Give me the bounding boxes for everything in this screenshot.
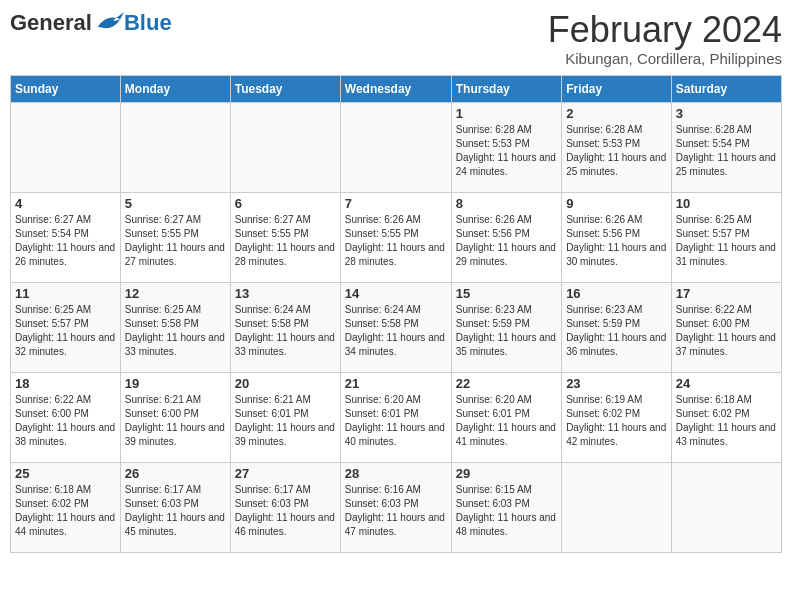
calendar-day-cell xyxy=(562,462,672,552)
day-number: 3 xyxy=(676,106,777,121)
calendar-day-cell: 26Sunrise: 6:17 AMSunset: 6:03 PMDayligh… xyxy=(120,462,230,552)
day-info: Sunrise: 6:15 AMSunset: 6:03 PMDaylight:… xyxy=(456,483,557,539)
calendar-day-cell: 24Sunrise: 6:18 AMSunset: 6:02 PMDayligh… xyxy=(671,372,781,462)
day-info: Sunrise: 6:22 AMSunset: 6:00 PMDaylight:… xyxy=(15,393,116,449)
calendar-day-cell: 16Sunrise: 6:23 AMSunset: 5:59 PMDayligh… xyxy=(562,282,672,372)
title-block: February 2024 Kibungan, Cordillera, Phil… xyxy=(548,10,782,67)
logo-bird-icon xyxy=(94,11,124,35)
calendar-day-cell: 10Sunrise: 6:25 AMSunset: 5:57 PMDayligh… xyxy=(671,192,781,282)
day-info: Sunrise: 6:27 AMSunset: 5:54 PMDaylight:… xyxy=(15,213,116,269)
day-info: Sunrise: 6:21 AMSunset: 6:00 PMDaylight:… xyxy=(125,393,226,449)
day-info: Sunrise: 6:18 AMSunset: 6:02 PMDaylight:… xyxy=(15,483,116,539)
day-info: Sunrise: 6:21 AMSunset: 6:01 PMDaylight:… xyxy=(235,393,336,449)
day-info: Sunrise: 6:18 AMSunset: 6:02 PMDaylight:… xyxy=(676,393,777,449)
day-number: 18 xyxy=(15,376,116,391)
day-number: 9 xyxy=(566,196,667,211)
calendar-day-cell: 18Sunrise: 6:22 AMSunset: 6:00 PMDayligh… xyxy=(11,372,121,462)
calendar-day-cell: 8Sunrise: 6:26 AMSunset: 5:56 PMDaylight… xyxy=(451,192,561,282)
day-number: 21 xyxy=(345,376,447,391)
calendar-day-header: Saturday xyxy=(671,75,781,102)
calendar-day-header: Thursday xyxy=(451,75,561,102)
calendar-table: SundayMondayTuesdayWednesdayThursdayFrid… xyxy=(10,75,782,553)
calendar-day-header: Monday xyxy=(120,75,230,102)
calendar-day-cell: 11Sunrise: 6:25 AMSunset: 5:57 PMDayligh… xyxy=(11,282,121,372)
calendar-day-cell xyxy=(340,102,451,192)
calendar-week-row: 25Sunrise: 6:18 AMSunset: 6:02 PMDayligh… xyxy=(11,462,782,552)
day-number: 26 xyxy=(125,466,226,481)
day-number: 22 xyxy=(456,376,557,391)
calendar-day-cell: 2Sunrise: 6:28 AMSunset: 5:53 PMDaylight… xyxy=(562,102,672,192)
calendar-day-cell: 23Sunrise: 6:19 AMSunset: 6:02 PMDayligh… xyxy=(562,372,672,462)
day-number: 17 xyxy=(676,286,777,301)
day-info: Sunrise: 6:26 AMSunset: 5:55 PMDaylight:… xyxy=(345,213,447,269)
day-number: 2 xyxy=(566,106,667,121)
day-info: Sunrise: 6:17 AMSunset: 6:03 PMDaylight:… xyxy=(235,483,336,539)
day-number: 12 xyxy=(125,286,226,301)
calendar-day-cell: 21Sunrise: 6:20 AMSunset: 6:01 PMDayligh… xyxy=(340,372,451,462)
day-number: 25 xyxy=(15,466,116,481)
day-number: 5 xyxy=(125,196,226,211)
day-number: 16 xyxy=(566,286,667,301)
page-header: General Blue February 2024 Kibungan, Cor… xyxy=(10,10,782,67)
day-number: 14 xyxy=(345,286,447,301)
day-info: Sunrise: 6:25 AMSunset: 5:57 PMDaylight:… xyxy=(676,213,777,269)
calendar-day-cell: 1Sunrise: 6:28 AMSunset: 5:53 PMDaylight… xyxy=(451,102,561,192)
day-info: Sunrise: 6:26 AMSunset: 5:56 PMDaylight:… xyxy=(566,213,667,269)
calendar-day-cell: 20Sunrise: 6:21 AMSunset: 6:01 PMDayligh… xyxy=(230,372,340,462)
logo-blue-text: Blue xyxy=(124,10,172,36)
day-number: 4 xyxy=(15,196,116,211)
calendar-day-cell: 29Sunrise: 6:15 AMSunset: 6:03 PMDayligh… xyxy=(451,462,561,552)
day-info: Sunrise: 6:17 AMSunset: 6:03 PMDaylight:… xyxy=(125,483,226,539)
day-info: Sunrise: 6:20 AMSunset: 6:01 PMDaylight:… xyxy=(345,393,447,449)
day-number: 8 xyxy=(456,196,557,211)
day-number: 27 xyxy=(235,466,336,481)
day-number: 6 xyxy=(235,196,336,211)
calendar-week-row: 4Sunrise: 6:27 AMSunset: 5:54 PMDaylight… xyxy=(11,192,782,282)
calendar-day-cell: 9Sunrise: 6:26 AMSunset: 5:56 PMDaylight… xyxy=(562,192,672,282)
day-number: 24 xyxy=(676,376,777,391)
day-number: 28 xyxy=(345,466,447,481)
day-info: Sunrise: 6:16 AMSunset: 6:03 PMDaylight:… xyxy=(345,483,447,539)
day-number: 20 xyxy=(235,376,336,391)
day-number: 7 xyxy=(345,196,447,211)
day-info: Sunrise: 6:28 AMSunset: 5:53 PMDaylight:… xyxy=(566,123,667,179)
calendar-day-cell: 28Sunrise: 6:16 AMSunset: 6:03 PMDayligh… xyxy=(340,462,451,552)
calendar-week-row: 11Sunrise: 6:25 AMSunset: 5:57 PMDayligh… xyxy=(11,282,782,372)
day-info: Sunrise: 6:19 AMSunset: 6:02 PMDaylight:… xyxy=(566,393,667,449)
page-title: February 2024 xyxy=(548,10,782,50)
calendar-day-cell: 3Sunrise: 6:28 AMSunset: 5:54 PMDaylight… xyxy=(671,102,781,192)
calendar-day-cell xyxy=(671,462,781,552)
calendar-day-cell: 25Sunrise: 6:18 AMSunset: 6:02 PMDayligh… xyxy=(11,462,121,552)
calendar-day-cell: 7Sunrise: 6:26 AMSunset: 5:55 PMDaylight… xyxy=(340,192,451,282)
calendar-day-cell: 12Sunrise: 6:25 AMSunset: 5:58 PMDayligh… xyxy=(120,282,230,372)
day-info: Sunrise: 6:25 AMSunset: 5:58 PMDaylight:… xyxy=(125,303,226,359)
logo-general-text: General xyxy=(10,10,92,36)
calendar-day-header: Tuesday xyxy=(230,75,340,102)
calendar-week-row: 18Sunrise: 6:22 AMSunset: 6:00 PMDayligh… xyxy=(11,372,782,462)
calendar-day-header: Sunday xyxy=(11,75,121,102)
day-number: 23 xyxy=(566,376,667,391)
calendar-header-row: SundayMondayTuesdayWednesdayThursdayFrid… xyxy=(11,75,782,102)
calendar-day-cell: 5Sunrise: 6:27 AMSunset: 5:55 PMDaylight… xyxy=(120,192,230,282)
calendar-day-cell xyxy=(11,102,121,192)
calendar-day-cell: 27Sunrise: 6:17 AMSunset: 6:03 PMDayligh… xyxy=(230,462,340,552)
calendar-day-cell: 15Sunrise: 6:23 AMSunset: 5:59 PMDayligh… xyxy=(451,282,561,372)
day-info: Sunrise: 6:27 AMSunset: 5:55 PMDaylight:… xyxy=(235,213,336,269)
calendar-day-cell: 17Sunrise: 6:22 AMSunset: 6:00 PMDayligh… xyxy=(671,282,781,372)
day-number: 1 xyxy=(456,106,557,121)
calendar-day-cell xyxy=(230,102,340,192)
logo: General Blue xyxy=(10,10,172,36)
day-info: Sunrise: 6:27 AMSunset: 5:55 PMDaylight:… xyxy=(125,213,226,269)
day-number: 13 xyxy=(235,286,336,301)
day-number: 19 xyxy=(125,376,226,391)
calendar-day-header: Friday xyxy=(562,75,672,102)
day-info: Sunrise: 6:20 AMSunset: 6:01 PMDaylight:… xyxy=(456,393,557,449)
day-number: 29 xyxy=(456,466,557,481)
calendar-day-cell: 13Sunrise: 6:24 AMSunset: 5:58 PMDayligh… xyxy=(230,282,340,372)
day-info: Sunrise: 6:24 AMSunset: 5:58 PMDaylight:… xyxy=(235,303,336,359)
page-subtitle: Kibungan, Cordillera, Philippines xyxy=(548,50,782,67)
day-number: 10 xyxy=(676,196,777,211)
day-info: Sunrise: 6:23 AMSunset: 5:59 PMDaylight:… xyxy=(456,303,557,359)
day-info: Sunrise: 6:25 AMSunset: 5:57 PMDaylight:… xyxy=(15,303,116,359)
calendar-day-cell: 19Sunrise: 6:21 AMSunset: 6:00 PMDayligh… xyxy=(120,372,230,462)
